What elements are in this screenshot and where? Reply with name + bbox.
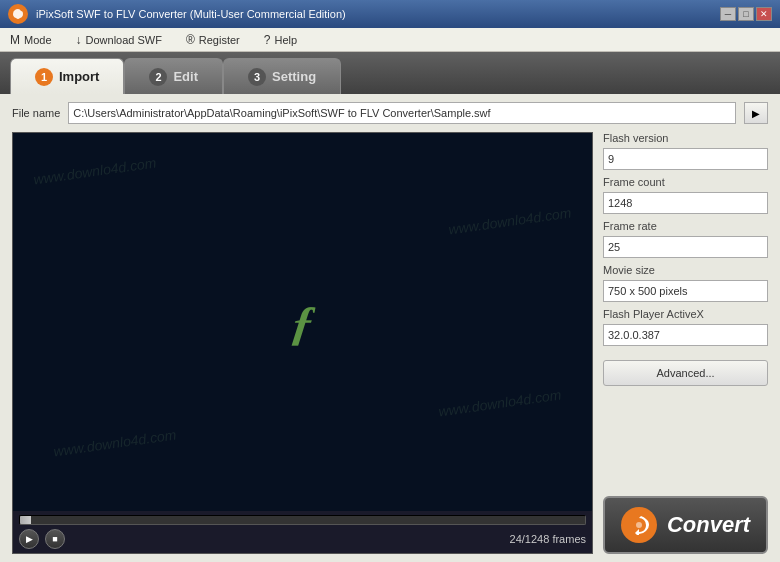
flash-version-group: Flash version — [603, 132, 768, 170]
video-area: www.downlo4d.com www.downlo4d.com www.do… — [12, 132, 593, 554]
main-area: File name ▶ www.downlo4d.com www.downlo4… — [0, 94, 780, 562]
file-row: File name ▶ — [12, 102, 768, 124]
browse-button[interactable]: ▶ — [744, 102, 768, 124]
tab-import-label: Import — [59, 69, 99, 84]
player-controls: ▶ ■ 24/1248 frames — [13, 511, 592, 553]
progress-fill — [20, 516, 31, 524]
flash-version-input[interactable] — [603, 148, 768, 170]
frame-rate-group: Frame rate — [603, 220, 768, 258]
watermark-4: www.downlo4d.com — [438, 386, 563, 419]
download-icon: ↓ — [76, 33, 82, 47]
menu-mode-label: Mode — [24, 34, 52, 46]
frame-rate-input[interactable] — [603, 236, 768, 258]
register-icon: ® — [186, 33, 195, 47]
tab-bar: 1 Import 2 Edit 3 Setting — [0, 52, 780, 94]
watermark-1: www.downlo4d.com — [32, 154, 157, 187]
tab-edit-label: Edit — [173, 69, 198, 84]
frame-count-label: Frame count — [603, 176, 768, 188]
convert-button[interactable]: Convert — [603, 496, 768, 554]
maximize-button[interactable]: □ — [738, 7, 754, 21]
movie-size-label: Movie size — [603, 264, 768, 276]
stop-button[interactable]: ■ — [45, 529, 65, 549]
progress-bar[interactable] — [19, 515, 586, 525]
frame-rate-label: Frame rate — [603, 220, 768, 232]
menu-download-label: Download SWF — [86, 34, 162, 46]
frame-count-group: Frame count — [603, 176, 768, 214]
app-logo — [8, 4, 28, 24]
tab-import[interactable]: 1 Import — [10, 58, 124, 94]
file-input[interactable] — [68, 102, 736, 124]
title-bar: iPixSoft SWF to FLV Converter (Multi-Use… — [0, 0, 780, 28]
watermark-2: www.downlo4d.com — [448, 204, 573, 237]
menu-bar: M Mode ↓ Download SWF ® Register ? Help — [0, 28, 780, 52]
convert-icon — [621, 507, 657, 543]
flash-player-input[interactable] — [603, 324, 768, 346]
flash-player-label: Flash Player ActiveX — [603, 308, 768, 320]
menu-help[interactable]: ? Help — [258, 31, 303, 49]
flash-player-group: Flash Player ActiveX — [603, 308, 768, 346]
file-name-label: File name — [12, 107, 60, 119]
frames-info: 24/1248 frames — [71, 533, 586, 545]
advanced-button[interactable]: Advanced... — [603, 360, 768, 386]
frame-count-input[interactable] — [603, 192, 768, 214]
movie-size-input[interactable] — [603, 280, 768, 302]
close-button[interactable]: ✕ — [756, 7, 772, 21]
tab-edit-num: 2 — [149, 68, 167, 86]
browse-icon: ▶ — [752, 108, 760, 119]
menu-register[interactable]: ® Register — [180, 31, 246, 49]
video-screen: www.downlo4d.com www.downlo4d.com www.do… — [13, 133, 592, 511]
window-title: iPixSoft SWF to FLV Converter (Multi-Use… — [36, 8, 720, 20]
menu-register-label: Register — [199, 34, 240, 46]
controls-row: ▶ ■ 24/1248 frames — [19, 529, 586, 549]
menu-mode[interactable]: M Mode — [4, 31, 58, 49]
tab-setting-num: 3 — [248, 68, 266, 86]
svg-point-0 — [636, 522, 642, 528]
right-panel: Flash version Frame count Frame rate Mov… — [603, 132, 768, 554]
content-row: www.downlo4d.com www.downlo4d.com www.do… — [12, 132, 768, 554]
tab-edit[interactable]: 2 Edit — [124, 58, 223, 94]
watermark-3: www.downlo4d.com — [52, 426, 177, 459]
menu-help-label: Help — [274, 34, 297, 46]
movie-size-group: Movie size — [603, 264, 768, 302]
convert-label: Convert — [667, 512, 750, 538]
window-controls: ─ □ ✕ — [720, 7, 772, 21]
tab-import-num: 1 — [35, 68, 53, 86]
minimize-button[interactable]: ─ — [720, 7, 736, 21]
flash-version-label: Flash version — [603, 132, 768, 144]
tab-setting[interactable]: 3 Setting — [223, 58, 341, 94]
mode-icon: M — [10, 33, 20, 47]
menu-download-swf[interactable]: ↓ Download SWF — [70, 31, 168, 49]
play-button[interactable]: ▶ — [19, 529, 39, 549]
help-icon: ? — [264, 33, 271, 47]
flash-logo: ƒ — [287, 295, 319, 350]
tab-setting-label: Setting — [272, 69, 316, 84]
